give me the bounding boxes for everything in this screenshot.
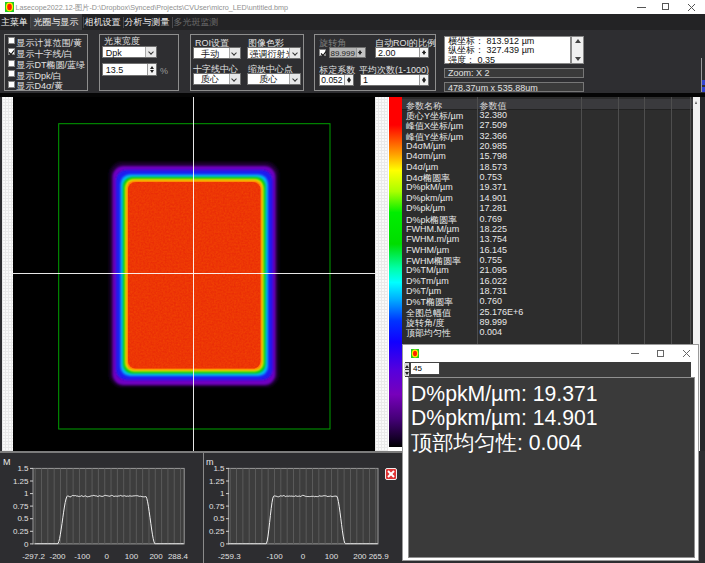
svg-text:0: 0 xyxy=(301,552,306,561)
svg-text:100: 100 xyxy=(125,552,139,561)
svg-text:0: 0 xyxy=(220,540,225,549)
svg-text:1: 1 xyxy=(24,489,29,498)
svg-text:100: 100 xyxy=(325,552,339,561)
svg-text:200: 200 xyxy=(149,552,163,561)
svg-text:-200: -200 xyxy=(49,552,66,561)
svg-text:1.25: 1.25 xyxy=(209,477,225,486)
svg-text:1.25: 1.25 xyxy=(13,477,29,486)
svg-text:0.75: 0.75 xyxy=(13,502,29,511)
svg-text:0.75: 0.75 xyxy=(209,502,225,511)
svg-text:-259.3: -259.3 xyxy=(218,552,241,561)
svg-text:200: 200 xyxy=(353,552,367,561)
svg-text:288.4: 288.4 xyxy=(168,552,189,561)
svg-text:0: 0 xyxy=(24,540,29,549)
svg-text:1: 1 xyxy=(220,489,225,498)
svg-text:m: m xyxy=(206,457,214,467)
svg-text:0.25: 0.25 xyxy=(209,527,225,536)
svg-text:-297.2: -297.2 xyxy=(22,552,45,561)
svg-text:1.5: 1.5 xyxy=(213,464,225,473)
svg-text:0.25: 0.25 xyxy=(13,527,29,536)
svg-text:0.5: 0.5 xyxy=(213,514,225,523)
svg-text:1.5: 1.5 xyxy=(17,464,29,473)
svg-text:-100: -100 xyxy=(267,552,284,561)
svg-text:M: M xyxy=(3,457,11,467)
svg-text:265.9: 265.9 xyxy=(369,552,390,561)
svg-text:-100: -100 xyxy=(74,552,91,561)
svg-text:0.5: 0.5 xyxy=(17,514,29,523)
svg-text:0: 0 xyxy=(105,552,110,561)
